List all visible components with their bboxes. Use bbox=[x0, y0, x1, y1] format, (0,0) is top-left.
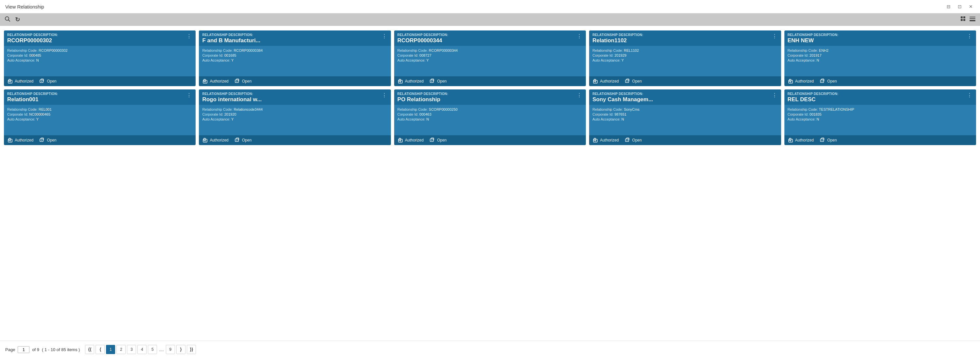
card-menu-icon[interactable]: ⋮ bbox=[966, 33, 973, 39]
page-9-button[interactable]: 9 bbox=[166, 345, 175, 354]
card-menu-icon[interactable]: ⋮ bbox=[381, 33, 388, 39]
auto-acc-field: Auto Acceptance: N bbox=[7, 58, 192, 62]
open-button[interactable]: Open bbox=[625, 78, 642, 84]
auto-acc-field: Auto Acceptance: Y bbox=[398, 58, 582, 62]
authorized-button[interactable]: Authorized bbox=[592, 137, 619, 143]
card-title: Relation1102 bbox=[592, 37, 664, 44]
svg-line-1 bbox=[8, 20, 10, 22]
page-input[interactable] bbox=[18, 346, 29, 353]
card-menu-icon[interactable]: ⋮ bbox=[381, 92, 388, 98]
menu-icon[interactable] bbox=[969, 17, 975, 22]
relationship-card-3[interactable]: Relationship Description: RCORP00000344 … bbox=[394, 30, 586, 86]
rel-code-field: Relationship Code: RCORP00000344 bbox=[398, 48, 582, 53]
card-menu-icon[interactable]: ⋮ bbox=[576, 92, 582, 98]
authorized-button[interactable]: Authorized bbox=[202, 78, 228, 84]
open-button[interactable]: Open bbox=[820, 78, 837, 84]
relationship-card-5[interactable]: Relationship Description: ENH NEW ⋮ Rela… bbox=[784, 30, 976, 86]
card-header-content: Relationship Description: ENH NEW bbox=[788, 33, 966, 44]
page-4-button[interactable]: 4 bbox=[137, 345, 146, 354]
last-page-button[interactable]: ⟩⟩ bbox=[187, 345, 196, 354]
card-menu-icon[interactable]: ⋮ bbox=[771, 92, 778, 98]
open-icon bbox=[234, 137, 240, 143]
rel-code-field: Relationship Code: SCORP00000250 bbox=[398, 107, 582, 111]
auto-acc-field: Auto Acceptance: N bbox=[788, 117, 973, 121]
open-button[interactable]: Open bbox=[820, 137, 837, 143]
card-header-content: Relationship Description: REL DESC bbox=[788, 92, 966, 103]
authorized-button[interactable]: Authorized bbox=[202, 137, 228, 143]
open-button[interactable]: Open bbox=[430, 137, 447, 143]
corp-id-field: Corporate Id: 000463 bbox=[398, 112, 582, 116]
card-label: Relationship Description: bbox=[788, 92, 966, 96]
rel-code-field: Relationship Code: REL1102 bbox=[592, 48, 778, 53]
open-button[interactable]: Open bbox=[39, 78, 56, 84]
svg-point-49 bbox=[431, 140, 432, 141]
card-menu-icon[interactable]: ⋮ bbox=[186, 33, 192, 39]
card-menu-icon[interactable]: ⋮ bbox=[966, 92, 973, 98]
page-2-button[interactable]: 2 bbox=[116, 345, 126, 354]
svg-point-42 bbox=[205, 141, 206, 142]
page-5-button[interactable]: 5 bbox=[148, 345, 157, 354]
open-icon bbox=[820, 78, 826, 84]
main-window: View Relationship ⊟ ⊡ ✕ ↻ bbox=[0, 0, 980, 358]
authorized-icon bbox=[202, 78, 208, 84]
search-icon[interactable] bbox=[5, 16, 11, 23]
open-label: Open bbox=[47, 79, 56, 83]
card-label: Relationship Description: bbox=[788, 33, 966, 37]
cards-area: Relationship Description: RCORP00000302 … bbox=[0, 26, 980, 340]
authorized-button[interactable]: Authorized bbox=[398, 137, 423, 143]
card-body: Relationship Code: REL001 Corporate Id: … bbox=[4, 105, 196, 135]
card-menu-icon[interactable]: ⋮ bbox=[186, 92, 192, 98]
relationship-card-10[interactable]: Relationship Description: REL DESC ⋮ Rel… bbox=[784, 90, 976, 145]
open-button[interactable]: Open bbox=[430, 78, 447, 84]
authorized-icon bbox=[202, 137, 208, 143]
card-header: Relationship Description: RCORP00000302 … bbox=[4, 30, 196, 46]
relationship-card-9[interactable]: Relationship Description: Sony Cash Mana… bbox=[589, 90, 781, 145]
card-header: Relationship Description: Sony Cash Mana… bbox=[589, 90, 781, 105]
open-button[interactable]: Open bbox=[39, 137, 56, 143]
page-1-button[interactable]: 1 bbox=[106, 345, 115, 354]
corp-id-field: Corporate Id: 201929 bbox=[592, 53, 778, 58]
prev-page-button[interactable]: ⟨ bbox=[95, 345, 105, 354]
authorized-button[interactable]: Authorized bbox=[592, 78, 619, 84]
open-button[interactable]: Open bbox=[234, 78, 251, 84]
open-icon bbox=[234, 78, 240, 84]
card-label: Relationship Description: bbox=[202, 33, 381, 37]
svg-point-27 bbox=[595, 82, 596, 83]
next-page-button[interactable]: ⟩ bbox=[176, 345, 186, 354]
first-page-button[interactable]: ⟨⟨ bbox=[85, 345, 94, 354]
corp-id-field: Corporate Id: 008727 bbox=[398, 53, 582, 58]
svg-rect-6 bbox=[969, 17, 975, 18]
card-menu-icon[interactable]: ⋮ bbox=[771, 33, 778, 39]
authorized-label: Authorized bbox=[600, 138, 619, 142]
relationship-card-4[interactable]: Relationship Description: Relation1102 ⋮… bbox=[589, 30, 781, 86]
authorized-label: Authorized bbox=[795, 138, 814, 142]
minimize-icon[interactable]: ⊟ bbox=[945, 3, 953, 10]
authorized-label: Authorized bbox=[15, 79, 33, 83]
relationship-card-8[interactable]: Relationship Description: PO Relationshi… bbox=[394, 90, 586, 145]
open-button[interactable]: Open bbox=[625, 137, 642, 143]
authorized-label: Authorized bbox=[600, 79, 619, 83]
open-icon bbox=[625, 137, 631, 143]
card-menu-icon[interactable]: ⋮ bbox=[576, 33, 582, 39]
maximize-icon[interactable]: ⊡ bbox=[956, 3, 964, 10]
relationship-card-2[interactable]: Relationship Description: F and B Manufa… bbox=[199, 30, 391, 86]
relationship-card-1[interactable]: Relationship Description: RCORP00000302 … bbox=[4, 30, 196, 86]
relationship-card-7[interactable]: Relationship Description: Rogo internati… bbox=[199, 90, 391, 145]
svg-point-29 bbox=[627, 81, 627, 82]
refresh-icon[interactable]: ↻ bbox=[15, 16, 20, 23]
authorized-button[interactable]: Authorized bbox=[788, 78, 814, 84]
card-header: Relationship Description: REL DESC ⋮ bbox=[784, 90, 976, 105]
authorized-button[interactable]: Authorized bbox=[398, 78, 423, 84]
authorized-label: Authorized bbox=[210, 138, 228, 142]
authorized-button[interactable]: Authorized bbox=[7, 78, 33, 84]
card-body: Relationship Code: SonyCms Corporate Id:… bbox=[589, 105, 781, 135]
card-label: Relationship Description: bbox=[592, 33, 771, 37]
close-icon[interactable]: ✕ bbox=[967, 3, 975, 10]
svg-point-12 bbox=[10, 82, 11, 83]
relationship-card-6[interactable]: Relationship Description: Relation001 ⋮ … bbox=[4, 90, 196, 145]
authorized-button[interactable]: Authorized bbox=[788, 137, 814, 143]
authorized-button[interactable]: Authorized bbox=[7, 137, 33, 143]
page-3-button[interactable]: 3 bbox=[127, 345, 136, 354]
open-button[interactable]: Open bbox=[234, 137, 251, 143]
grid-view-icon[interactable] bbox=[960, 16, 966, 23]
